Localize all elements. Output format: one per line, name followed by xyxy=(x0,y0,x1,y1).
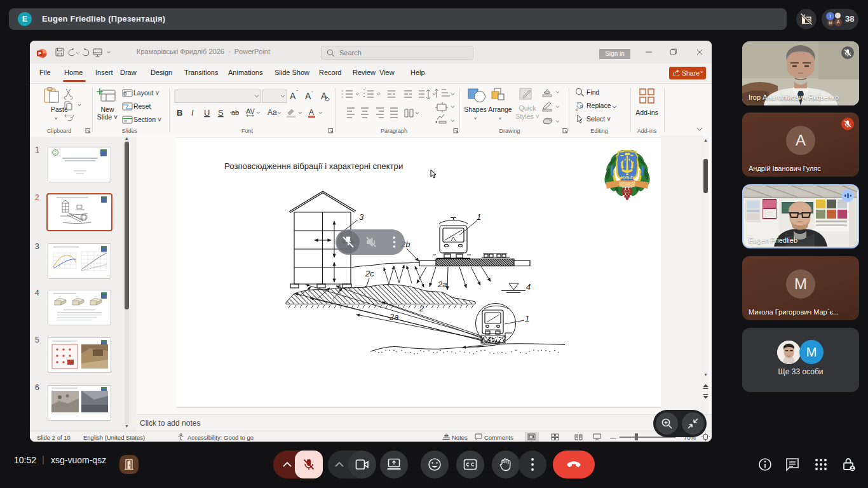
svg-text:2a: 2a xyxy=(389,312,398,322)
svg-text:Reset: Reset xyxy=(133,102,151,110)
svg-text:2c: 2c xyxy=(365,269,374,278)
svg-text:4: 4 xyxy=(526,282,531,292)
svg-text:Quick: Quick xyxy=(519,104,537,112)
svg-text:I: I xyxy=(191,108,194,118)
svg-text:New: New xyxy=(100,105,114,113)
svg-text:Arrange: Arrange xyxy=(488,105,512,113)
svg-text:˅: ˅ xyxy=(499,116,502,121)
svg-text:Shapes: Shapes xyxy=(464,105,487,113)
svg-text:2a: 2a xyxy=(437,280,447,289)
svg-text:Font: Font xyxy=(241,128,254,134)
svg-text:A: A xyxy=(309,108,314,117)
svg-text:U: U xyxy=(204,108,210,118)
svg-text:A: A xyxy=(290,91,296,101)
svg-text:ˇ: ˇ xyxy=(311,90,313,96)
svg-text:˅: ˅ xyxy=(55,116,58,121)
svg-text:Editing: Editing xyxy=(590,128,608,134)
svg-text:Clipboard: Clipboard xyxy=(47,128,72,134)
svg-text:Find: Find xyxy=(587,88,600,96)
svg-text:A: A xyxy=(321,91,327,101)
svg-text:Add-ins: Add-ins xyxy=(637,128,657,134)
svg-text:Розповсюдження вібрації і хара: Розповсюдження вібрації і характерні спе… xyxy=(224,161,403,171)
svg-text:AV: AV xyxy=(246,107,255,115)
svg-text:B: B xyxy=(177,108,182,118)
svg-text:A: A xyxy=(305,91,311,101)
svg-text:Paragraph: Paragraph xyxy=(381,128,407,134)
svg-text:Slides: Slides xyxy=(122,128,138,134)
svg-text:ˆ: ˆ xyxy=(296,89,298,95)
svg-text:Select ˅: Select ˅ xyxy=(587,115,611,123)
svg-text:1: 1 xyxy=(477,212,481,222)
svg-text:c: c xyxy=(576,107,578,112)
svg-text:2: 2 xyxy=(419,304,424,313)
svg-text:Layout ˅: Layout ˅ xyxy=(133,89,159,97)
svg-text:S: S xyxy=(218,108,224,118)
svg-text:P: P xyxy=(38,51,41,56)
svg-text:НУБіП: НУБіП xyxy=(621,175,634,180)
svg-text:Section ˅: Section ˅ xyxy=(133,116,161,123)
svg-text:˅: ˅ xyxy=(474,116,477,121)
svg-text:Paste: Paste xyxy=(51,105,68,113)
svg-text:Slide ˅: Slide ˅ xyxy=(97,113,118,121)
svg-text:1: 1 xyxy=(525,314,529,323)
svg-text:b: b xyxy=(580,104,583,109)
svg-text:Aa: Aa xyxy=(268,108,277,117)
svg-text:Drawing: Drawing xyxy=(499,128,520,134)
svg-text:Replace: Replace xyxy=(587,102,611,109)
svg-text:3: 3 xyxy=(359,212,364,222)
svg-text:Add-ins: Add-ins xyxy=(635,109,658,116)
svg-text:Styles ˅: Styles ˅ xyxy=(515,112,539,120)
